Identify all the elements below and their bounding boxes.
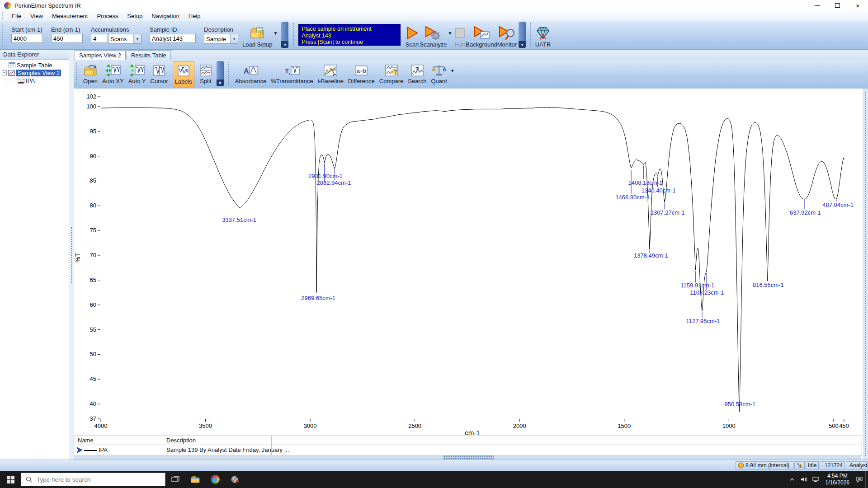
description-value: Sample [204, 36, 230, 42]
background-button[interactable]: Background [466, 25, 497, 48]
tree-item-samples-view[interactable]: − Samples View 2 [0, 69, 69, 77]
task-view-button[interactable] [165, 471, 185, 488]
y-tick-label: 55 [90, 326, 96, 333]
end-input[interactable] [51, 34, 83, 43]
menu-view[interactable]: View [26, 12, 47, 20]
difference-icon: a−b [354, 63, 368, 78]
message-line-3: Press [Scan] to continue [302, 39, 397, 46]
volume-button[interactable] [798, 471, 810, 488]
screen: { "window": {"title": "PerkinElmer Spect… [0, 0, 868, 488]
legend-name-header: Name [78, 437, 94, 444]
scan-button[interactable]: Scan [404, 25, 420, 48]
legend-header-row: Name Description [74, 436, 862, 445]
idle-status: Idle [806, 461, 819, 469]
y-tick-label: 65 [90, 277, 96, 283]
search-label: Search [408, 78, 426, 84]
search-button[interactable]: ? Search [408, 63, 426, 84]
end-label: End (cm-1) [51, 26, 83, 33]
uatr-button[interactable]: UATR [535, 25, 551, 48]
tree-item-sample-table[interactable]: Sample Table [0, 61, 69, 69]
load-setup-label: Load Setup [242, 41, 273, 48]
start-input[interactable] [11, 34, 43, 43]
spectrum-app-button[interactable] [225, 471, 245, 488]
tools-warning-icon [797, 462, 802, 469]
load-setup-dropdown-arrow[interactable]: ▼ [274, 31, 278, 36]
quant-button[interactable]: Quant [431, 63, 447, 84]
tab-samples-view-2[interactable]: Samples View 2 [75, 50, 126, 61]
to-olbar-separator [530, 23, 532, 47]
toolbar-separator [228, 62, 230, 85]
svg-text:A: A [244, 67, 249, 75]
quant-dropdown-arrow[interactable]: ▼ [450, 68, 455, 73]
toolbar-overflow-button[interactable]: ▾ [519, 41, 526, 48]
minimize-button[interactable] [807, 0, 827, 11]
taskbar-clock[interactable]: 4:54 PM 1/16/2026 [821, 473, 854, 486]
scanalyze-button[interactable]: Scanalyze [420, 25, 447, 48]
action-center-icon [856, 477, 863, 483]
tree-item-ipa[interactable]: IPA [0, 77, 69, 84]
menu-help[interactable]: Help [184, 12, 205, 20]
i-baseline-icon [323, 63, 338, 78]
tray-expand-button[interactable] [786, 471, 798, 488]
legend-sample-row[interactable]: IPA Sample 139 By Analyst Date Friday, J… [74, 445, 862, 455]
horizontal-scrollbar[interactable] [74, 455, 861, 460]
scanalyze-label: Scanalyze [420, 41, 447, 48]
halt-button[interactable]: Halt [454, 25, 466, 48]
panel-splitter-right[interactable] [863, 89, 868, 460]
menu-process[interactable]: Process [92, 12, 123, 20]
toolbar-overflow-button[interactable]: ▼ [217, 80, 224, 86]
toolbar-overflow-button[interactable]: ▾ [281, 41, 288, 48]
difference-button[interactable]: a−b Difference [348, 63, 375, 84]
auto-xy-button[interactable]: Auto XY [102, 63, 124, 84]
collapse-icon[interactable]: − [2, 70, 7, 75]
auto-y-label: Auto Y [128, 78, 146, 84]
monitor-button[interactable]: Monitor [497, 25, 517, 48]
menu-measurement[interactable]: Measurement [47, 12, 92, 20]
maximize-button[interactable] [827, 0, 848, 11]
tray-network-button[interactable] [810, 471, 821, 488]
load-setup-button[interactable]: Load Setup [242, 25, 273, 48]
cursor-button[interactable]: Cursor [151, 63, 168, 84]
open-icon [83, 63, 98, 78]
peak-label: 1466.80cm-1 [615, 194, 650, 201]
y-tick-label: 90 [90, 153, 96, 160]
browser-icon [211, 475, 220, 484]
show-desktop-button[interactable] [865, 471, 868, 488]
svg-text:?: ? [394, 70, 396, 75]
accumulations-input[interactable] [91, 34, 107, 43]
tab-results-table[interactable]: Results Table [127, 50, 171, 60]
split-button[interactable]: Split [199, 63, 212, 84]
transmittance-icon: T x [284, 63, 300, 78]
labels-label: Labels [175, 78, 192, 85]
sample-id-input[interactable] [150, 34, 196, 43]
action-center-button[interactable] [854, 471, 865, 488]
taskbar-search[interactable] [21, 473, 165, 486]
absorbance-button[interactable]: A Absorbance [235, 63, 266, 84]
compare-button[interactable]: ? Compare [379, 63, 403, 84]
menu-setup[interactable]: Setup [123, 12, 147, 20]
labels-button[interactable]: Labels [173, 61, 194, 88]
file-explorer-button[interactable] [185, 471, 205, 488]
close-button[interactable]: × [848, 0, 868, 11]
browser-button[interactable] [205, 471, 225, 488]
auto-y-button[interactable]: Auto Y [128, 63, 146, 84]
i-baseline-button[interactable]: i-Baseline [318, 63, 344, 84]
chevron-down-icon: ▼ [133, 34, 141, 43]
start-button[interactable] [0, 471, 21, 488]
auto-xy-label: Auto XY [102, 78, 124, 84]
x-tick-label: 450 [839, 422, 849, 429]
search-input[interactable] [36, 476, 160, 483]
open-button[interactable]: Open [83, 63, 98, 84]
toolbar-separator [293, 23, 295, 47]
panel-splitter[interactable] [69, 50, 74, 460]
menu-file[interactable]: File [7, 12, 26, 20]
scanalyze-dropdown-arrow[interactable]: ▼ [448, 31, 452, 36]
scan-icon [404, 25, 420, 41]
group-divider: ▾ [281, 22, 288, 48]
menu-navigation[interactable]: Navigation [147, 12, 184, 20]
transmittance-button[interactable]: T x %Transmittance [271, 63, 313, 84]
y-tick-label: 40 [90, 400, 96, 407]
scans-select[interactable]: Scans ▼ [108, 34, 142, 44]
start-label: Start (cm-1) [11, 26, 43, 33]
description-select[interactable]: Sample ▾ [204, 34, 238, 44]
